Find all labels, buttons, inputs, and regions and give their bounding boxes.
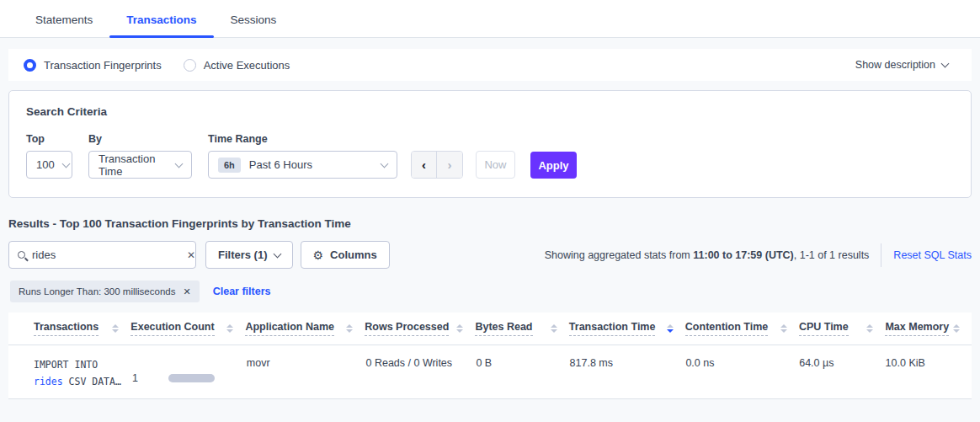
stats-time-range: 11:00 to 17:59 (UTC): [693, 249, 793, 261]
search-input[interactable]: [32, 248, 180, 261]
filters-button[interactable]: Filters (1): [205, 241, 293, 269]
gear-icon: ⚙: [313, 249, 324, 261]
columns-button[interactable]: ⚙ Columns: [301, 241, 390, 269]
radio-label: Active Executions: [204, 59, 290, 72]
top-select[interactable]: 100: [26, 151, 72, 179]
results-heading: Results - Top 100 Transaction Fingerprin…: [8, 217, 972, 230]
results-toolbar: ✕ Filters (1) ⚙ Columns Showing aggregat…: [8, 241, 972, 269]
time-range-prev-button[interactable]: ‹: [412, 152, 437, 178]
filter-chip-label: Runs Longer Than: 300 milliseconds: [19, 286, 175, 296]
transaction-time-cell: 817.8 ms: [570, 357, 686, 398]
column-header-application-name[interactable]: Application Name: [245, 321, 365, 336]
sort-icon[interactable]: [551, 324, 557, 333]
execution-count-bar: [168, 374, 215, 382]
sort-desc-icon[interactable]: [667, 324, 674, 333]
by-select[interactable]: Transaction Time: [88, 151, 192, 179]
by-select-value: Transaction Time: [99, 152, 168, 178]
filter-chip-row: Runs Longer Than: 300 milliseconds ✕ Cle…: [10, 280, 972, 302]
tab-statements[interactable]: Statements: [19, 3, 109, 37]
column-header-transactions[interactable]: Transactions: [34, 321, 130, 336]
column-header-bytes-read[interactable]: Bytes Read: [475, 321, 568, 336]
search-criteria-title: Search Criteria: [26, 105, 954, 118]
cpu-time-cell: 64.0 µs: [799, 357, 885, 398]
top-label: Top: [26, 133, 72, 145]
tab-sessions[interactable]: Sessions: [214, 3, 294, 37]
contention-time-cell: 0.0 ns: [685, 357, 799, 398]
column-header-transaction-time[interactable]: Transaction Time: [569, 321, 685, 336]
transactions-table: Transactions Execution Count Application…: [8, 312, 972, 399]
filter-chip: Runs Longer Than: 300 milliseconds ✕: [10, 280, 200, 302]
show-description-toggle[interactable]: Show description: [855, 59, 956, 71]
table-header-row: Transactions Execution Count Application…: [8, 312, 972, 345]
clear-search-icon[interactable]: ✕: [187, 249, 195, 261]
time-range-badge: 6h: [218, 158, 241, 173]
chevron-down-icon: [381, 159, 389, 168]
divider: [881, 243, 881, 267]
time-range-label: Time Range: [208, 133, 397, 145]
column-header-execution-count[interactable]: Execution Count: [130, 321, 245, 336]
clear-filters-link[interactable]: Clear filters: [213, 286, 271, 297]
sort-icon[interactable]: [866, 324, 873, 333]
tab-transactions[interactable]: Transactions: [109, 3, 213, 37]
chevron-down-icon: [273, 249, 281, 258]
reset-sql-stats-link[interactable]: Reset SQL Stats: [893, 249, 972, 261]
column-header-rows-processed[interactable]: Rows Processed: [365, 321, 475, 336]
chevron-down-icon: [61, 159, 70, 168]
sort-icon[interactable]: [346, 324, 353, 333]
application-name-cell: movr: [247, 357, 366, 398]
time-range-next-button[interactable]: ›: [437, 152, 462, 178]
rows-processed-cell: 0 Reads / 0 Writes: [365, 357, 476, 398]
table-row: IMPORT INTO rides CSV DATA… 1 movr 0 Rea…: [8, 345, 972, 399]
sort-icon[interactable]: [953, 324, 960, 333]
bytes-read-cell: 0 B: [476, 357, 569, 398]
time-range-stepper: ‹ ›: [411, 151, 463, 179]
transaction-fingerprint-link[interactable]: IMPORT INTO rides CSV DATA…: [34, 357, 132, 398]
radio-transaction-fingerprints[interactable]: Transaction Fingerprints: [24, 59, 162, 72]
results-search-box: ✕: [8, 241, 196, 269]
stats-summary: Showing aggregated stats from 11:00 to 1…: [545, 249, 870, 261]
execution-count-cell: 1: [132, 357, 247, 398]
by-label: By: [88, 133, 192, 145]
sort-icon[interactable]: [780, 324, 787, 333]
page-tabs: Statements Transactions Sessions: [0, 0, 980, 38]
columns-button-label: Columns: [330, 248, 377, 261]
show-description-label: Show description: [855, 59, 935, 71]
sort-icon[interactable]: [226, 324, 233, 333]
column-header-contention-time[interactable]: Contention Time: [685, 321, 799, 336]
search-icon: [18, 251, 25, 259]
filters-button-label: Filters (1): [218, 248, 268, 261]
time-range-select[interactable]: 6h Past 6 Hours: [208, 151, 397, 179]
chevron-down-icon: [175, 159, 184, 168]
time-range-value: Past 6 Hours: [249, 158, 312, 171]
column-header-max-memory[interactable]: Max Memory: [885, 321, 972, 336]
view-toggle-strip: Transaction Fingerprints Active Executio…: [8, 49, 972, 81]
max-memory-cell: 10.0 KiB: [886, 357, 972, 398]
remove-filter-icon[interactable]: ✕: [183, 286, 190, 297]
sort-icon[interactable]: [112, 324, 119, 333]
column-header-cpu-time[interactable]: CPU Time: [799, 321, 886, 336]
radio-active-executions[interactable]: Active Executions: [184, 59, 290, 72]
radio-unselected-icon: [184, 59, 196, 72]
chevron-down-icon: [941, 59, 950, 67]
radio-label: Transaction Fingerprints: [44, 59, 162, 72]
radio-selected-icon: [24, 59, 36, 72]
search-criteria-card: Search Criteria Top 100 By Transaction T…: [8, 90, 972, 198]
now-button[interactable]: Now: [476, 151, 515, 179]
top-select-value: 100: [36, 158, 55, 171]
apply-button[interactable]: Apply: [530, 152, 577, 179]
sort-icon[interactable]: [456, 324, 463, 333]
